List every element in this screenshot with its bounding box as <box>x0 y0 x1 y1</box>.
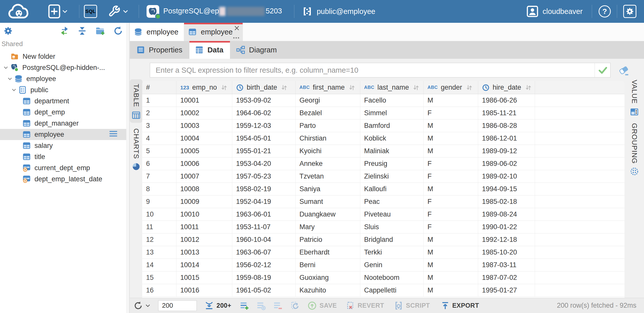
column-header-last_name[interactable]: ABClast_name <box>360 81 424 94</box>
row-number-cell[interactable]: 12 <box>142 233 176 246</box>
table-cell[interactable]: F <box>424 208 478 221</box>
clear-filter-button[interactable] <box>618 64 630 77</box>
duplicate-row-button[interactable] <box>256 301 266 311</box>
row-number-cell[interactable]: 1 <box>142 94 176 107</box>
table-cell[interactable]: 1954-05-01 <box>232 132 296 145</box>
table-cell[interactable]: 1994-09-15 <box>478 183 535 195</box>
table-cell[interactable]: Genin <box>360 259 424 271</box>
tree-item-new-folder[interactable]: New folder <box>0 51 129 62</box>
table-cell[interactable]: Facello <box>360 94 424 107</box>
table-cell[interactable]: 1957-05-23 <box>232 170 296 183</box>
table-cell[interactable]: Cappelletti <box>360 284 424 297</box>
table-cell[interactable]: Patricio <box>296 233 360 246</box>
row-number-cell[interactable]: 4 <box>142 132 176 145</box>
collapse-all-button[interactable] <box>77 26 87 36</box>
table-cell[interactable]: M <box>424 246 478 259</box>
table-cell[interactable]: F <box>424 170 478 183</box>
tree-item-menu-icon[interactable] <box>109 130 118 139</box>
new-folder-button[interactable] <box>95 26 105 36</box>
table-cell[interactable]: Koblick <box>360 132 424 145</box>
table-cell[interactable]: Terkki <box>360 246 424 259</box>
sort-icon[interactable] <box>466 84 473 91</box>
row-number-cell[interactable]: 14 <box>142 259 176 271</box>
table-cell[interactable]: M <box>424 183 478 195</box>
table-cell[interactable]: Anneke <box>296 158 360 170</box>
tree-item-database-employee[interactable]: employee <box>0 73 129 84</box>
row-number-cell[interactable]: 5 <box>142 145 176 157</box>
tree-item-table-dept-emp[interactable]: dept_emp <box>0 107 129 118</box>
table-cell[interactable]: Bezalel <box>296 107 360 119</box>
table-cell[interactable]: Duangkaew <box>296 208 360 221</box>
refresh-tree-button[interactable] <box>113 26 123 36</box>
table-cell[interactable]: 10006 <box>176 158 232 170</box>
table-cell[interactable]: F <box>424 158 478 170</box>
row-number-cell[interactable]: 11 <box>142 221 176 233</box>
table-cell[interactable]: 10001 <box>176 94 232 107</box>
script-button[interactable]: SCRIPT <box>394 301 430 310</box>
table-cell[interactable]: 1989-08-24 <box>478 208 535 221</box>
table-cell[interactable]: 1953-11-07 <box>232 221 296 233</box>
row-number-cell[interactable]: 16 <box>142 284 176 297</box>
column-header-rownum[interactable]: # <box>142 81 176 94</box>
tab-properties[interactable]: Properties <box>130 41 189 59</box>
table-cell[interactable]: 10007 <box>176 170 232 183</box>
chevron-down-icon[interactable] <box>6 75 14 82</box>
row-number-cell[interactable]: 8 <box>142 183 176 195</box>
row-number-cell[interactable]: 3 <box>142 120 176 132</box>
column-header-first_name[interactable]: ABCfirst_name <box>296 81 360 94</box>
table-cell[interactable]: Mary <box>296 221 360 233</box>
sort-icon[interactable] <box>348 84 355 91</box>
row-number-cell[interactable]: 13 <box>142 246 176 259</box>
table-cell[interactable]: 1963-06-07 <box>232 246 296 259</box>
navigator-settings-button[interactable] <box>3 26 13 36</box>
table-cell[interactable]: 1959-08-19 <box>232 271 296 284</box>
table-cell[interactable]: 1959-12-03 <box>232 120 296 132</box>
chevron-down-icon[interactable] <box>10 87 18 93</box>
tab-menu-dots-icon[interactable] <box>233 37 239 38</box>
table-cell[interactable]: 1958-02-19 <box>232 183 296 195</box>
tab-employee-database[interactable]: employee <box>130 23 184 41</box>
tools-button[interactable] <box>107 5 128 18</box>
table-cell[interactable]: M <box>424 271 478 284</box>
table-cell[interactable]: 1952-04-19 <box>232 195 296 208</box>
presentation-tab-table[interactable]: TABLE <box>130 79 142 123</box>
row-number-cell[interactable]: 6 <box>142 158 176 170</box>
sort-icon[interactable] <box>281 84 288 91</box>
table-cell[interactable]: 1995-01-27 <box>478 284 535 297</box>
sort-icon[interactable] <box>221 84 228 91</box>
table-cell[interactable]: 1987-07-02 <box>478 271 535 284</box>
table-cell[interactable]: 1960-10-04 <box>232 233 296 246</box>
column-header-emp_no[interactable]: 123emp_no <box>176 81 232 94</box>
panel-tab-value[interactable]: VALUE <box>630 80 639 116</box>
table-cell[interactable]: Kazuhito <box>296 284 360 297</box>
table-cell[interactable]: 10012 <box>176 233 232 246</box>
help-button[interactable]: ? <box>599 5 611 17</box>
table-cell[interactable]: Tzvetan <box>296 170 360 183</box>
table-cell[interactable]: 1986-12-01 <box>478 132 535 145</box>
table-cell[interactable]: 1985-02-18 <box>478 195 535 208</box>
table-cell[interactable]: Eberhardt <box>296 246 360 259</box>
table-cell[interactable]: Berni <box>296 259 360 271</box>
tree-item-table-dept-manager[interactable]: dept_manager <box>0 118 129 129</box>
revert-button[interactable]: REVERT <box>346 301 384 310</box>
table-cell[interactable]: Sumant <box>296 195 360 208</box>
table-cell[interactable]: M <box>424 132 478 145</box>
table-cell[interactable]: 1986-08-28 <box>478 120 535 132</box>
table-cell[interactable]: 1955-01-21 <box>232 145 296 157</box>
sql-filter-input[interactable] <box>150 63 595 77</box>
table-cell[interactable]: Preusig <box>360 158 424 170</box>
table-cell[interactable]: Chirstian <box>296 132 360 145</box>
table-cell[interactable]: Bridgland <box>360 233 424 246</box>
table-cell[interactable]: Bamford <box>360 120 424 132</box>
table-cell[interactable]: 10011 <box>176 221 232 233</box>
table-cell[interactable]: 1986-06-26 <box>478 94 535 107</box>
tree-item-table-title[interactable]: title <box>0 151 129 162</box>
add-row-button[interactable] <box>239 301 249 311</box>
table-cell[interactable]: Maliniak <box>360 145 424 157</box>
row-number-cell[interactable]: 7 <box>142 170 176 183</box>
table-cell[interactable]: M <box>424 233 478 246</box>
sql-editor-button[interactable]: SQL <box>84 5 97 18</box>
table-cell[interactable]: 10016 <box>176 284 232 297</box>
tree-item-view-dept-emp-latest-date[interactable]: dept_emp_latest_date <box>0 173 129 185</box>
settings-button[interactable] <box>623 5 636 18</box>
